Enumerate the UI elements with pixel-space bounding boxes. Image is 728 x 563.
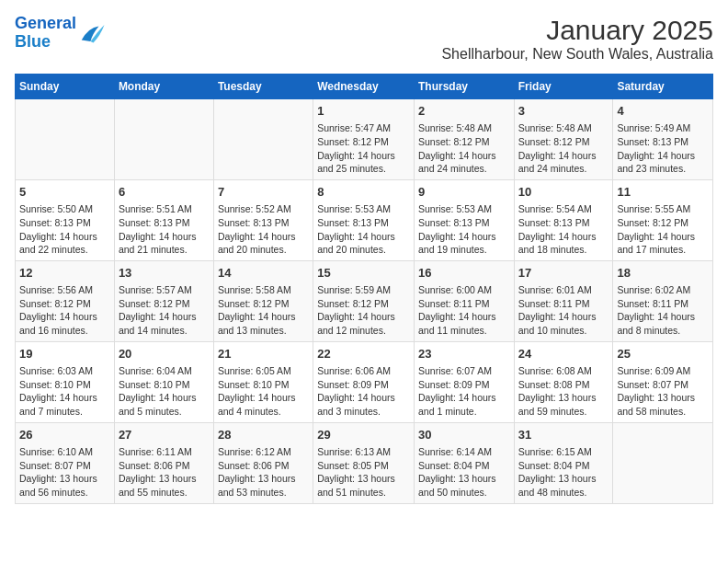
cell-info-text: Sunset: 8:05 PM [317,459,410,473]
calendar-cell: 4Sunrise: 5:49 AMSunset: 8:13 PMDaylight… [613,99,713,180]
cell-info-text: Sunrise: 6:08 AM [518,364,609,378]
cell-info-text: Daylight: 14 hours and 20 minutes. [317,230,410,257]
calendar-cell: 25Sunrise: 6:09 AMSunset: 8:07 PMDayligh… [613,341,713,422]
calendar-cell: 28Sunrise: 6:12 AMSunset: 8:06 PMDayligh… [213,422,313,503]
day-number: 24 [518,346,609,362]
calendar-cell: 6Sunrise: 5:51 AMSunset: 8:13 PMDaylight… [114,179,213,260]
cell-info-text: Sunrise: 6:15 AM [518,445,609,459]
calendar-cell: 19Sunrise: 6:03 AMSunset: 8:10 PMDayligh… [16,341,115,422]
cell-info-text: Sunset: 8:13 PM [617,135,709,149]
cell-info-text: Sunrise: 5:51 AM [119,202,210,216]
cell-info-text: Sunset: 8:06 PM [119,459,210,473]
cell-info-text: Sunrise: 6:06 AM [317,364,410,378]
cell-info-text: Daylight: 14 hours and 23 minutes. [617,149,709,176]
cell-info-text: Sunset: 8:11 PM [418,297,510,311]
cell-info-text: Daylight: 14 hours and 20 minutes. [218,230,309,257]
cell-info-text: Daylight: 13 hours and 50 minutes. [418,472,510,499]
day-number: 25 [617,346,709,362]
cell-info-text: Sunrise: 5:52 AM [218,202,309,216]
day-number: 1 [317,103,410,120]
cell-info-text: Sunrise: 5:57 AM [119,283,210,297]
cell-info-text: Sunset: 8:07 PM [19,459,110,473]
calendar-cell [16,99,115,180]
calendar-cell: 3Sunrise: 5:48 AMSunset: 8:12 PMDaylight… [514,99,613,180]
cell-info-text: Sunrise: 6:12 AM [218,445,309,459]
cell-info-text: Sunrise: 6:09 AM [617,364,709,378]
cell-info-text: Sunset: 8:13 PM [418,216,510,230]
header-cell-wednesday: Wednesday [313,75,415,99]
calendar-title: January 2025 [441,15,713,46]
cell-info-text: Sunset: 8:08 PM [518,378,609,392]
cell-info-text: Daylight: 14 hours and 16 minutes. [19,310,110,337]
cell-info-text: Daylight: 13 hours and 48 minutes. [518,472,609,499]
calendar-cell: 22Sunrise: 6:06 AMSunset: 8:09 PMDayligh… [313,341,415,422]
day-number: 30 [418,427,510,443]
cell-info-text: Sunset: 8:13 PM [518,216,609,230]
cell-info-text: Daylight: 14 hours and 17 minutes. [617,230,709,257]
calendar-cell: 20Sunrise: 6:04 AMSunset: 8:10 PMDayligh… [114,341,213,422]
cell-info-text: Sunset: 8:13 PM [19,216,110,230]
cell-info-text: Sunset: 8:10 PM [19,378,110,392]
day-number: 15 [317,265,410,282]
cell-info-text: Daylight: 14 hours and 24 minutes. [418,149,510,176]
calendar-cell: 9Sunrise: 5:53 AMSunset: 8:13 PMDaylight… [414,179,514,260]
header-cell-friday: Friday [514,75,613,99]
cell-info-text: Sunrise: 5:56 AM [19,283,110,297]
day-number: 14 [218,265,309,282]
week-row-2: 5Sunrise: 5:50 AMSunset: 8:13 PMDaylight… [16,179,713,260]
cell-info-text: Sunrise: 6:04 AM [119,364,210,378]
calendar-cell: 11Sunrise: 5:55 AMSunset: 8:12 PMDayligh… [613,179,713,260]
cell-info-text: Daylight: 14 hours and 11 minutes. [418,310,510,337]
header-cell-saturday: Saturday [613,75,713,99]
logo-text: General Blue [15,15,76,52]
cell-info-text: Sunset: 8:04 PM [418,459,510,473]
cell-info-text: Daylight: 14 hours and 5 minutes. [119,391,210,418]
cell-info-text: Sunrise: 5:47 AM [317,121,410,135]
cell-info-text: Sunset: 8:12 PM [19,297,110,311]
cell-info-text: Daylight: 14 hours and 24 minutes. [518,149,609,176]
cell-info-text: Sunset: 8:10 PM [218,378,309,392]
cell-info-text: Daylight: 14 hours and 8 minutes. [617,310,709,337]
week-row-1: 1Sunrise: 5:47 AMSunset: 8:12 PMDaylight… [16,99,713,180]
header-cell-tuesday: Tuesday [213,75,313,99]
cell-info-text: Daylight: 14 hours and 12 minutes. [317,310,410,337]
header-row: SundayMondayTuesdayWednesdayThursdayFrid… [16,75,713,99]
cell-info-text: Sunrise: 5:53 AM [418,202,510,216]
header-cell-sunday: Sunday [16,75,115,99]
cell-info-text: Sunset: 8:09 PM [418,378,510,392]
day-number: 2 [418,103,510,120]
cell-info-text: Sunset: 8:09 PM [317,378,410,392]
cell-info-text: Sunset: 8:12 PM [119,297,210,311]
day-number: 7 [218,184,309,201]
cell-info-text: Daylight: 14 hours and 14 minutes. [119,310,210,337]
day-number: 17 [518,265,609,282]
cell-info-text: Sunrise: 6:01 AM [518,283,609,297]
day-number: 20 [119,346,210,362]
day-number: 6 [119,184,210,201]
day-number: 27 [119,427,210,443]
calendar-cell: 16Sunrise: 6:00 AMSunset: 8:11 PMDayligh… [414,260,514,341]
day-number: 8 [317,184,410,201]
calendar-cell: 12Sunrise: 5:56 AMSunset: 8:12 PMDayligh… [16,260,115,341]
calendar-cell: 15Sunrise: 5:59 AMSunset: 8:12 PMDayligh… [313,260,415,341]
day-number: 22 [317,346,410,362]
day-number: 28 [218,427,309,443]
cell-info-text: Daylight: 13 hours and 51 minutes. [317,472,410,499]
cell-info-text: Daylight: 14 hours and 10 minutes. [518,310,609,337]
cell-info-text: Sunset: 8:10 PM [119,378,210,392]
cell-info-text: Daylight: 14 hours and 1 minute. [418,391,510,418]
cell-info-text: Daylight: 14 hours and 4 minutes. [218,391,309,418]
cell-info-text: Daylight: 13 hours and 59 minutes. [518,391,609,418]
cell-info-text: Daylight: 13 hours and 55 minutes. [119,472,210,499]
calendar-cell: 30Sunrise: 6:14 AMSunset: 8:04 PMDayligh… [414,422,514,503]
cell-info-text: Sunset: 8:12 PM [418,135,510,149]
calendar-cell [613,422,713,503]
week-row-4: 19Sunrise: 6:03 AMSunset: 8:10 PMDayligh… [16,341,713,422]
calendar-cell: 8Sunrise: 5:53 AMSunset: 8:13 PMDaylight… [313,179,415,260]
calendar-cell: 23Sunrise: 6:07 AMSunset: 8:09 PMDayligh… [414,341,514,422]
cell-info-text: Daylight: 14 hours and 21 minutes. [119,230,210,257]
calendar-cell: 13Sunrise: 5:57 AMSunset: 8:12 PMDayligh… [114,260,213,341]
cell-info-text: Sunset: 8:12 PM [218,297,309,311]
day-number: 11 [617,184,709,201]
cell-info-text: Sunrise: 6:05 AM [218,364,309,378]
